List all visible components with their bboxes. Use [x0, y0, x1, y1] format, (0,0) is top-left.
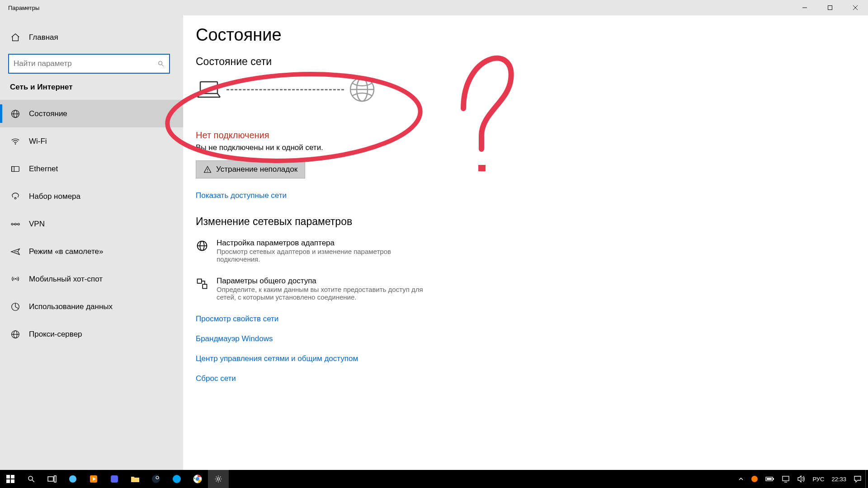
vpn-icon [10, 219, 21, 230]
tray-volume-icon[interactable] [793, 470, 809, 488]
svg-rect-57 [773, 478, 774, 480]
section-network-state: Состояние сети [196, 56, 868, 68]
sidebar-item-dialup[interactable]: Набор номера [0, 183, 183, 210]
sidebar-item-label: VPN [29, 220, 45, 229]
link-network-reset[interactable]: Сброс сети [196, 374, 868, 383]
taskbar-app-steam[interactable] [146, 470, 166, 488]
svg-point-14 [14, 223, 16, 225]
data-usage-icon [10, 301, 21, 312]
sharing-icon [196, 277, 208, 290]
svg-point-4 [159, 61, 162, 65]
globe-icon [10, 108, 21, 119]
sidebar-item-label: Мобильный хот-спот [29, 275, 103, 284]
network-diagram [196, 76, 868, 103]
wifi-icon [10, 136, 21, 147]
globe-large-icon [349, 76, 376, 103]
svg-line-5 [162, 65, 164, 66]
no-connection-title: Нет подключения [196, 130, 868, 141]
sidebar-item-status[interactable]: Состояние [0, 100, 183, 127]
dialup-icon [10, 191, 21, 202]
taskbar-app-1[interactable] [62, 470, 83, 488]
svg-point-50 [173, 475, 181, 483]
window-close-button[interactable] [843, 0, 868, 15]
taskbar-app-2[interactable] [83, 470, 104, 488]
taskbar-app-discord[interactable] [104, 470, 125, 488]
svg-point-40 [28, 476, 33, 480]
ethernet-icon [10, 164, 21, 174]
svg-rect-59 [783, 476, 789, 481]
window-title: Параметры [8, 5, 39, 11]
sidebar-item-label: Состояние [29, 109, 67, 118]
svg-rect-23 [200, 82, 217, 94]
svg-rect-42 [48, 477, 53, 481]
taskbar-app-4[interactable] [166, 470, 187, 488]
sidebar-item-hotspot[interactable]: Мобильный хот-спот [0, 265, 183, 293]
svg-rect-11 [12, 166, 14, 171]
tray-avast-icon[interactable] [747, 470, 762, 488]
adapter-icon [196, 239, 208, 252]
start-button[interactable] [0, 470, 21, 488]
tray-overflow-button[interactable] [735, 470, 747, 488]
window-minimize-button[interactable] [792, 0, 817, 15]
section-change-settings: Изменение сетевых параметров [196, 216, 868, 228]
airplane-icon [10, 246, 21, 257]
svg-rect-1 [828, 6, 832, 10]
sidebar-item-airplane[interactable]: Режим «в самолете» [0, 238, 183, 265]
sidebar-item-label: Набор номера [29, 192, 80, 201]
tray-battery-icon[interactable] [762, 470, 778, 488]
svg-rect-43 [54, 476, 56, 482]
sidebar-item-label: Прокси-сервер [29, 330, 82, 339]
show-desktop-button[interactable] [865, 470, 868, 488]
option-desc: Определите, к каким данным вы хотите пре… [217, 286, 435, 301]
svg-point-9 [15, 143, 16, 144]
tray-clock[interactable]: 22:33 [828, 470, 850, 488]
sidebar-item-data-usage[interactable]: Использование данных [0, 293, 183, 320]
svg-point-12 [14, 197, 16, 199]
link-network-props[interactable]: Просмотр свойств сети [196, 314, 868, 324]
show-networks-link[interactable]: Показать доступные сети [196, 191, 287, 200]
taskbar-search-button[interactable] [21, 470, 42, 488]
link-firewall[interactable]: Брандмауэр Windows [196, 334, 868, 343]
svg-point-54 [217, 478, 219, 480]
svg-point-18 [15, 278, 16, 279]
svg-point-28 [207, 171, 208, 172]
svg-point-13 [11, 223, 13, 225]
sidebar-item-wifi[interactable]: Wi-Fi [0, 127, 183, 155]
tray-language[interactable]: РУС [809, 470, 828, 488]
option-title: Параметры общего доступа [217, 277, 435, 286]
troubleshoot-label: Устранение неполадок [216, 165, 297, 174]
option-title: Настройка параметров адаптера [217, 239, 435, 248]
troubleshoot-button[interactable]: Устранение неполадок [196, 160, 305, 178]
link-network-center[interactable]: Центр управления сетями и общим доступом [196, 354, 868, 363]
option-adapter-settings[interactable]: Настройка параметров адаптера Просмотр с… [196, 239, 435, 263]
sidebar-home[interactable]: Главная [0, 23, 183, 51]
no-connection-desc: Вы не подключены ни к одной сети. [196, 143, 868, 152]
svg-rect-47 [111, 475, 118, 483]
sidebar-item-vpn[interactable]: VPN [0, 210, 183, 238]
tray-action-center[interactable] [850, 470, 865, 488]
search-input[interactable] [14, 59, 157, 68]
tray-network-icon[interactable] [778, 470, 793, 488]
proxy-icon [10, 329, 21, 340]
search-input-wrap[interactable] [8, 54, 170, 74]
window-maximize-button[interactable] [817, 0, 843, 15]
sidebar-item-ethernet[interactable]: Ethernet [0, 155, 183, 183]
svg-point-55 [751, 476, 758, 482]
sidebar-home-label: Главная [29, 33, 58, 42]
taskbar-app-chrome[interactable] [187, 470, 208, 488]
taskbar-app-explorer[interactable] [125, 470, 146, 488]
option-desc: Просмотр сетевых адаптеров и изменение п… [217, 248, 435, 263]
sidebar-item-proxy[interactable]: Прокси-сервер [0, 320, 183, 348]
home-icon [10, 32, 21, 43]
option-sharing[interactable]: Параметры общего доступа Определите, к к… [196, 277, 435, 301]
svg-rect-39 [11, 479, 14, 483]
svg-point-48 [152, 475, 160, 483]
sidebar-item-label: Использование данных [29, 302, 113, 311]
task-view-button[interactable] [42, 470, 62, 488]
connection-line [226, 89, 344, 90]
search-icon [157, 60, 165, 67]
taskbar-app-settings[interactable] [208, 470, 229, 488]
svg-rect-10 [12, 166, 19, 171]
sidebar-item-label: Wi-Fi [29, 137, 47, 146]
svg-rect-36 [6, 475, 10, 479]
